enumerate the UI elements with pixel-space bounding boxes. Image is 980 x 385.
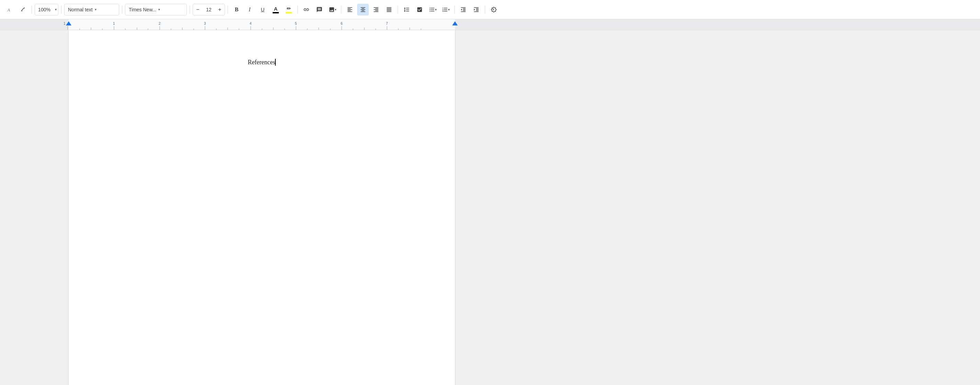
italic-button[interactable]: I [244, 4, 256, 16]
svg-text:A: A [7, 7, 10, 12]
font-size-increase-button[interactable]: + [215, 4, 224, 16]
ruler: 1 2 3 4 5 6 7 [0, 19, 980, 30]
zoom-arrow[interactable]: ▾ [54, 8, 58, 11]
svg-text:6: 6 [340, 22, 343, 26]
text-color-button[interactable]: A [270, 4, 282, 16]
bullet-list-button[interactable]: ▾ [427, 4, 439, 16]
font-chevron-icon: ▾ [158, 8, 160, 11]
divider-4 [189, 5, 190, 14]
svg-text:1: 1 [64, 22, 65, 26]
highlight-bar [286, 12, 292, 13]
highlight-color-button[interactable]: ✏ [283, 4, 294, 16]
document-page[interactable]: References [69, 30, 455, 385]
zoom-control[interactable]: 100% ▾ [35, 4, 58, 16]
font-size-control: − 12 + [192, 4, 225, 16]
numbered-list-button[interactable]: ▾ [440, 4, 452, 16]
increase-indent-button[interactable] [471, 4, 482, 16]
bullet-dropdown-icon: ▾ [435, 8, 437, 11]
document-text: References [103, 58, 421, 67]
divider-6 [298, 5, 298, 14]
svg-text:5: 5 [295, 22, 297, 26]
document-area: References [0, 30, 980, 385]
svg-rect-3 [0, 19, 69, 30]
svg-text:1: 1 [113, 22, 115, 26]
font-selector[interactable]: Times New... ▾ [125, 4, 187, 16]
align-center-button[interactable] [357, 4, 369, 16]
text-color-bar [273, 12, 279, 13]
left-margin [0, 30, 69, 385]
font-size-value[interactable]: 12 [203, 7, 215, 12]
comment-button[interactable] [313, 4, 325, 16]
paint-format-button[interactable] [17, 4, 29, 16]
align-right-button[interactable] [370, 4, 382, 16]
image-button[interactable]: ▾ [326, 4, 338, 16]
font-size-decrease-button[interactable]: − [193, 4, 203, 16]
divider-7 [341, 5, 341, 14]
svg-text:4: 4 [250, 22, 252, 26]
image-dropdown-icon: ▾ [335, 8, 337, 11]
divider-8 [398, 5, 398, 14]
font-label: Times New... [129, 7, 156, 12]
svg-text:2: 2 [159, 22, 161, 26]
divider-10 [485, 5, 485, 14]
svg-rect-4 [455, 19, 980, 30]
justify-button[interactable] [383, 4, 395, 16]
line-spacing-button[interactable] [401, 4, 412, 16]
divider-1 [32, 5, 32, 14]
divider-3 [122, 5, 122, 14]
italic-icon: I [248, 6, 250, 13]
zoom-value[interactable]: 100% [35, 7, 54, 12]
underline-button[interactable]: U [257, 4, 269, 16]
svg-text:3: 3 [204, 22, 206, 26]
style-selector[interactable]: Normal text ▾ [64, 4, 119, 16]
align-left-button[interactable] [344, 4, 356, 16]
svg-text:7: 7 [386, 22, 388, 26]
style-label: Normal text [68, 7, 93, 12]
underline-icon: U [261, 6, 265, 12]
numbered-dropdown-icon: ▾ [448, 8, 450, 11]
bold-icon: B [235, 6, 239, 13]
link-button[interactable] [301, 4, 312, 16]
divider-9 [454, 5, 455, 14]
divider-2 [61, 5, 62, 14]
spelling-button[interactable]: A [4, 4, 16, 16]
checklist-button[interactable] [414, 4, 425, 16]
ruler-svg: 1 2 3 4 5 6 7 [0, 19, 980, 30]
highlight-icon: ✏ [287, 5, 291, 12]
toolbar: A 100% ▾ Normal text ▾ Times New... ▾ − … [0, 0, 980, 19]
divider-5 [228, 5, 228, 14]
clear-formatting-button[interactable] [488, 4, 500, 16]
document-content[interactable]: References [103, 58, 421, 358]
right-margin [455, 30, 980, 385]
bold-button[interactable]: B [231, 4, 242, 16]
text-color-letter: A [274, 6, 278, 12]
style-chevron-icon: ▾ [95, 8, 97, 11]
text-cursor [275, 59, 276, 65]
decrease-indent-button[interactable] [457, 4, 469, 16]
